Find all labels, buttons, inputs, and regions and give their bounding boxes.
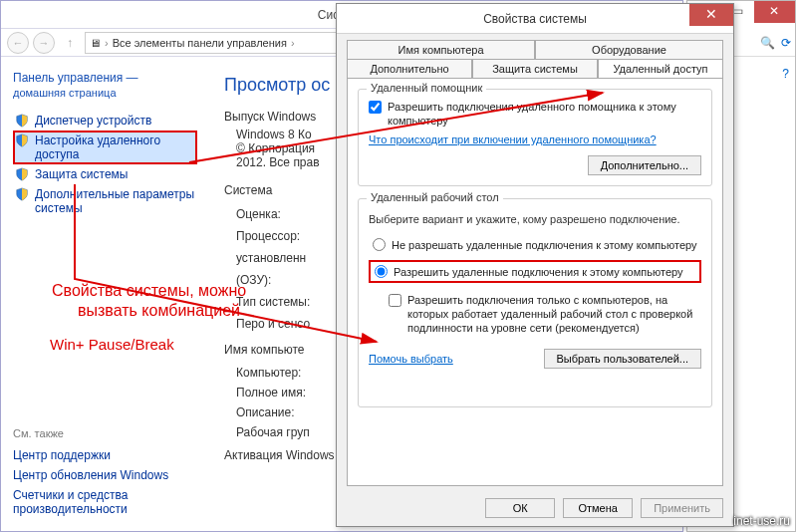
checkbox-label: Разрешить подключения удаленного помощни… [388,100,701,128]
apply-button[interactable]: Применить [641,498,723,518]
sidebar-item-system-protection[interactable]: Защита системы [13,164,197,184]
parent-close-button[interactable]: ✕ [754,1,795,23]
tab-remote[interactable]: Удаленный доступ [598,59,723,78]
remote-desktop-group: Удаленный рабочий стол Выберите вариант … [358,198,712,407]
annotation-line2: вызвать комбинацией [78,301,240,321]
shield-icon [15,167,29,181]
control-panel-icon: 🖥 [90,37,101,49]
link-perf-counters[interactable]: Счетчики и средства производительности [13,485,197,519]
remote-assistance-help-link[interactable]: Что происходит при включении удаленного … [369,133,701,145]
group-legend: Удаленный помощник [367,82,486,94]
dialog-close-button[interactable]: ✕ [689,4,733,26]
shield-icon [15,114,29,128]
see-also-header: См. также [13,427,197,439]
sidebar-item-advanced-settings[interactable]: Дополнительные параметры системы [13,184,197,218]
ok-button[interactable]: ОК [485,498,555,518]
nav-up-button[interactable]: ↑ [59,32,81,54]
assistance-advanced-button[interactable]: Дополнительно... [588,155,701,175]
help-icon[interactable]: ? [782,67,789,81]
nav-back-button[interactable]: ← [7,32,29,54]
rdp-help-link[interactable]: Помочь выбрать [369,353,453,365]
radio-input[interactable] [373,238,386,251]
group-legend: Удаленный рабочий стол [367,191,503,203]
annotation-line3: Win+ Pause/Break [50,335,174,355]
checkbox-label: Разрешить подключения только с компьютер… [407,293,701,335]
tab-advanced[interactable]: Дополнительно [347,59,472,78]
rdp-allow-radio[interactable]: Разрешить удаленные подключения к этому … [369,260,701,283]
tab-computer-name[interactable]: Имя компьютера [347,40,535,59]
nla-checkbox[interactable]: Разрешить подключения только с компьютер… [389,293,701,335]
checkbox-input[interactable] [369,101,382,114]
dialog-title: Свойства системы [483,12,587,26]
sidebar-item-label: Дополнительные параметры системы [35,187,195,215]
tab-hardware[interactable]: Оборудование [535,40,723,59]
link-action-center[interactable]: Центр поддержки [13,445,197,465]
shield-icon [15,187,29,201]
sidebar-item-label: Настройка удаленного доступа [35,133,195,161]
rdp-hint: Выберите вариант и укажите, кому разреше… [369,213,701,225]
refresh-icon[interactable]: ⟳ [781,36,791,50]
select-users-button[interactable]: Выбрать пользователей... [544,349,702,369]
sidebar-item-device-manager[interactable]: Диспетчер устройств [13,111,197,131]
sidebar-item-remote-settings[interactable]: Настройка удаленного доступа [13,131,197,164]
cancel-button[interactable]: Отмена [563,498,633,518]
radio-label: Разрешить удаленные подключения к этому … [394,266,683,278]
sidebar-item-label: Защита системы [35,167,128,181]
allow-remote-assistance-checkbox[interactable]: Разрешить подключения удаленного помощни… [369,100,701,128]
radio-input[interactable] [375,265,388,278]
remote-assistance-group: Удаленный помощник Разрешить подключения… [358,89,712,186]
sidebar-subheader[interactable]: домашняя страница [13,87,197,99]
tab-protection[interactable]: Защита системы [472,59,598,78]
search-icon[interactable]: 🔍 [760,36,775,50]
system-properties-dialog: Свойства системы ✕ Имя компьютера Оборуд… [336,3,734,527]
radio-label: Не разрешать удаленные подключения к это… [392,239,697,251]
watermark: inet-use.ru [733,514,790,528]
nav-forward-button[interactable]: → [33,32,55,54]
annotation-line1: Свойства системы, можно [52,281,246,301]
sidebar-item-label: Диспетчер устройств [35,114,151,128]
rdp-disallow-radio[interactable]: Не разрешать удаленные подключения к это… [369,235,701,254]
link-windows-update[interactable]: Центр обновления Windows [13,465,197,485]
shield-icon [15,133,29,147]
sidebar-header[interactable]: Панель управления — [13,71,197,85]
checkbox-input[interactable] [389,294,401,307]
breadcrumb[interactable]: Все элементы панели управления [113,37,287,49]
